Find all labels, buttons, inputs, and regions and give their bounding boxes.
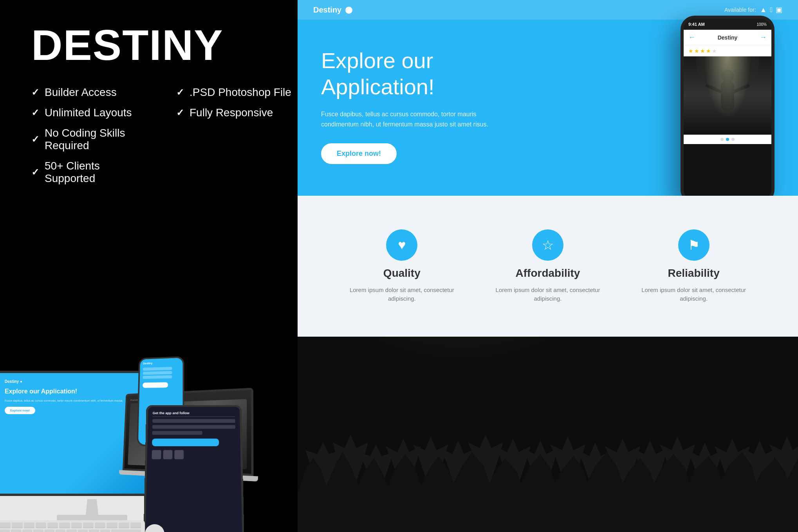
affordability-title: Affordability: [516, 267, 580, 280]
hero-phone-mockup: 9:41 AM 100% ← Destiny → ★ ★ ★ ★ ★: [681, 16, 775, 196]
key: [59, 523, 70, 528]
android-icon: ▲: [760, 6, 767, 14]
key: [100, 530, 110, 532]
reliability-icon-circle: ⚑: [678, 229, 710, 261]
key: [130, 523, 141, 528]
keyboard-area: [0, 520, 153, 532]
smartphone-row-2: [143, 371, 172, 375]
feature-item-responsive: ✓ Fully Responsive: [176, 106, 298, 119]
key: [47, 523, 58, 528]
phone-status-bar: 9:41 AM 100%: [684, 19, 771, 30]
feature-item-clients: ✓ 50+ Clients Supported: [31, 160, 153, 185]
tablet-screen: Get the app and follow: [145, 407, 242, 532]
feature-card-affordability: ☆ Affordability Lorem ipsum dolor sit am…: [493, 229, 603, 303]
hero-content: Explore our Application! Fusce dapibus, …: [298, 0, 517, 196]
feature-label-coding: No Coding Skills Required: [45, 127, 153, 152]
tablet-header-text: Get the app and follow: [153, 411, 235, 417]
concert-section: [298, 337, 798, 532]
key: [12, 523, 22, 528]
phone-concert-image: [684, 56, 771, 135]
quality-icon-circle: ♥: [386, 229, 417, 261]
key: [83, 523, 94, 528]
key-wide: [111, 530, 141, 532]
feature-item-psd: ✓ .PSD Photoshop File: [176, 86, 298, 99]
feature-label-psd: .PSD Photoshop File: [190, 86, 291, 99]
star-2: ★: [694, 48, 699, 54]
windows-icon: ▣: [776, 5, 782, 14]
smartphone-btn: [143, 382, 168, 388]
brand-title: DESTINY: [31, 23, 298, 67]
quality-icon: ♥: [398, 237, 406, 252]
key: [45, 530, 54, 532]
star-1: ★: [688, 48, 693, 54]
check-icon-6: ✓: [176, 107, 184, 118]
keyboard-row-2: [0, 530, 141, 532]
concert-light-effect: [704, 56, 751, 119]
hero-headline: Explore our Application!: [321, 47, 493, 100]
key: [36, 523, 46, 528]
key: [95, 523, 105, 528]
tablet-social-icon-3: [174, 450, 184, 460]
phone-app-title: Destiny: [718, 34, 738, 41]
smartphone-feature-rows: [143, 367, 179, 379]
phone-dot-2: [726, 138, 729, 141]
phone-dots: [684, 135, 771, 144]
phone-dot-3: [731, 138, 735, 141]
key: [89, 530, 99, 532]
check-icon-3: ✓: [31, 134, 39, 145]
apple-icon: : [770, 6, 773, 14]
key: [22, 530, 32, 532]
affordability-icon-circle: ☆: [532, 229, 563, 261]
phone-app-nav: ← Destiny →: [684, 30, 771, 45]
monitor-mini-brand: Destiny ●: [5, 379, 22, 384]
left-panel: DESTINY ✓ Builder Access ✓ Unlimited Lay…: [0, 0, 298, 532]
right-panel: Destiny Available for: ▲  ▣ Explore our…: [298, 0, 798, 532]
feature-item-builder: ✓ Builder Access: [31, 86, 153, 99]
quality-desc: Lorem ipsum dolor sit amet, consectetur …: [347, 286, 457, 303]
phone-battery: 100%: [756, 22, 767, 27]
tablet-social-icon-2: [163, 450, 172, 460]
tablet-social-row: [152, 450, 236, 460]
star-5: ★: [712, 48, 717, 54]
concert-bg: [298, 337, 798, 532]
concert-silhouette: [684, 56, 771, 135]
available-label: Available for:: [724, 7, 756, 13]
check-icon-1: ✓: [31, 87, 39, 98]
smartphone-row-3: [143, 375, 172, 379]
smartphone-row-1: [143, 367, 172, 371]
smartphone-mini-text: Destiny: [143, 361, 179, 365]
key: [33, 530, 43, 532]
hero-section: Destiny Available for: ▲  ▣ Explore our…: [298, 0, 798, 196]
reliability-icon: ⚑: [688, 237, 700, 253]
affordability-icon: ☆: [542, 237, 554, 253]
hero-body-text: Fusce dapibus, tellus ac cursus commodo,…: [321, 109, 493, 129]
tablet-social-icon-1: [152, 450, 161, 460]
tablet-row-3: [152, 431, 202, 435]
phone-time: 9:41 AM: [688, 22, 705, 27]
tablet-row-2: [152, 425, 235, 429]
device-mockups-area: Destiny ● Explore our Application! Fusce…: [0, 203, 298, 532]
quality-title: Quality: [383, 267, 421, 280]
platform-icons: ▲  ▣: [760, 5, 782, 14]
tablet-mockup: Get the app and follow: [143, 405, 244, 532]
feature-label-layouts: Unlimited Layouts: [45, 106, 132, 119]
feature-label-clients: 50+ Clients Supported: [45, 160, 153, 185]
reliability-desc: Lorem ipsum dolor sit amet, consectetur …: [639, 286, 749, 303]
hero-cta-button[interactable]: Explore now!: [321, 143, 397, 164]
feature-item-coding: ✓ No Coding Skills Required: [31, 127, 153, 152]
key: [67, 530, 76, 532]
phone-rating: ★ ★ ★ ★ ★: [684, 45, 771, 56]
feature-label-builder: Builder Access: [45, 86, 117, 99]
key: [107, 523, 117, 528]
key: [56, 530, 65, 532]
feature-card-reliability: ⚑ Reliability Lorem ipsum dolor sit amet…: [639, 229, 749, 303]
check-icon-4: ✓: [31, 167, 39, 178]
available-for: Available for: ▲  ▣: [724, 5, 782, 14]
key: [24, 523, 34, 528]
star-4: ★: [706, 48, 711, 54]
feature-card-quality: ♥ Quality Lorem ipsum dolor sit amet, co…: [347, 229, 457, 303]
key: [119, 523, 129, 528]
monitor-stand: [84, 499, 100, 515]
feature-label-responsive: Fully Responsive: [190, 106, 273, 119]
feature-item-layouts: ✓ Unlimited Layouts: [31, 106, 153, 119]
